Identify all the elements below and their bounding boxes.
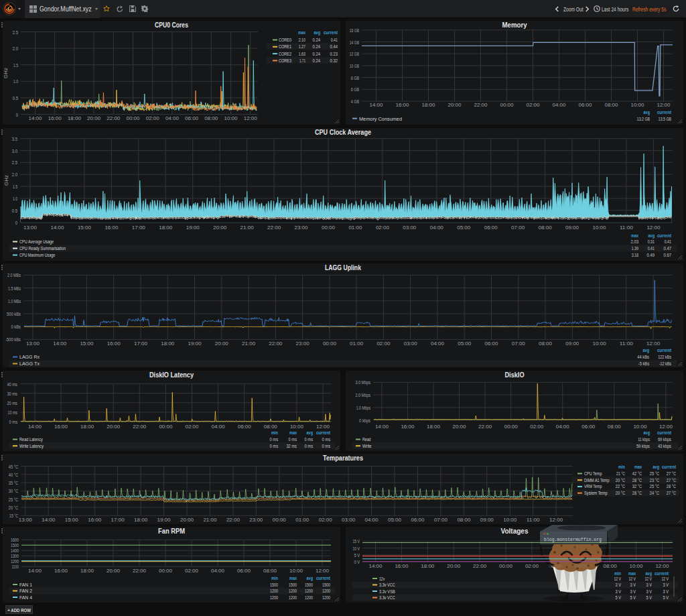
svg-text:27 °C: 27 °C <box>667 477 676 483</box>
svg-text:18:00: 18:00 <box>68 115 82 121</box>
svg-text:14:00: 14:00 <box>375 424 389 430</box>
svg-text:10 ms: 10 ms <box>8 410 17 416</box>
svg-text:2.0 MBs: 2.0 MBs <box>7 272 21 278</box>
svg-text:10:00: 10:00 <box>224 115 238 121</box>
svg-text:08:00: 08:00 <box>539 341 553 347</box>
svg-text:00:00: 00:00 <box>500 102 514 108</box>
svg-text:3.0: 3.0 <box>12 148 18 154</box>
svg-text:22:00: 22:00 <box>267 225 281 231</box>
svg-text:CORE2: CORE2 <box>279 51 291 57</box>
svg-text:01:00: 01:00 <box>295 517 310 523</box>
svg-text:10:00: 10:00 <box>631 102 645 108</box>
svg-text:21 °C: 21 °C <box>616 471 625 477</box>
svg-text:0 ms: 0 ms <box>270 443 278 449</box>
svg-text:Fan RPM: Fan RPM <box>158 527 185 535</box>
svg-text:10:00: 10:00 <box>593 341 607 347</box>
svg-text:0.23: 0.23 <box>330 51 338 57</box>
svg-text:06:00: 06:00 <box>575 563 589 569</box>
svg-text:25 °C: 25 °C <box>650 483 659 489</box>
svg-text:03:00: 03:00 <box>342 517 356 523</box>
svg-text:11:00: 11:00 <box>620 341 634 347</box>
svg-text:09:00: 09:00 <box>565 225 579 231</box>
svg-text:0 ms: 0 ms <box>322 436 330 442</box>
svg-text:06:00: 06:00 <box>237 568 251 574</box>
svg-text:00:00: 00:00 <box>127 115 141 121</box>
svg-text:500 kBs: 500 kBs <box>7 311 21 317</box>
svg-text:current: current <box>657 233 671 239</box>
svg-text:min: min <box>618 464 625 470</box>
svg-text:1500: 1500 <box>305 582 313 588</box>
svg-text:02:00: 02:00 <box>376 225 390 231</box>
svg-text:13.5 GB: 13.5 GB <box>659 116 671 122</box>
svg-text:VRM Temp: VRM Temp <box>584 483 602 489</box>
svg-text:1.63: 1.63 <box>299 51 306 57</box>
svg-text:23:00: 23:00 <box>296 341 310 347</box>
svg-text:00:00: 00:00 <box>159 568 173 574</box>
svg-text:08:00: 08:00 <box>539 225 553 231</box>
svg-text:12 GB: 12 GB <box>350 51 359 57</box>
svg-text:28 °C: 28 °C <box>632 490 642 496</box>
svg-text:1.39: 1.39 <box>632 245 639 251</box>
svg-text:3.5: 3.5 <box>12 136 18 142</box>
svg-text:avg: avg <box>643 347 650 353</box>
svg-text:12:00: 12:00 <box>646 225 661 231</box>
svg-text:20:00: 20:00 <box>87 115 101 121</box>
svg-text:00:00: 00:00 <box>159 424 173 430</box>
svg-text:current: current <box>662 464 676 470</box>
svg-text:0.24: 0.24 <box>313 44 321 50</box>
svg-text:current: current <box>316 575 330 581</box>
svg-text:DiskIO Latency: DiskIO Latency <box>149 371 194 379</box>
svg-text:1.0: 1.0 <box>13 196 17 202</box>
svg-text:2.0 Mbps: 2.0 Mbps <box>356 392 371 398</box>
svg-text:03:00: 03:00 <box>403 225 417 231</box>
svg-text:1.0 MBs: 1.0 MBs <box>8 298 21 304</box>
svg-text:40 ms: 40 ms <box>7 381 17 387</box>
svg-text:07:00: 07:00 <box>511 225 525 231</box>
svg-text:06:00: 06:00 <box>579 102 593 108</box>
svg-text:current: current <box>324 29 338 36</box>
svg-text:avg: avg <box>653 464 660 470</box>
svg-text:2.10: 2.10 <box>299 37 306 43</box>
svg-text:12:00: 12:00 <box>316 568 330 574</box>
svg-text:DiskIO: DiskIO <box>505 371 525 379</box>
svg-text:current: current <box>657 430 671 436</box>
svg-text:16:00: 16:00 <box>396 102 410 108</box>
svg-text:0.24: 0.24 <box>313 58 321 64</box>
svg-text:0 ms: 0 ms <box>305 443 313 449</box>
svg-text:08:00: 08:00 <box>264 424 278 430</box>
svg-text:04:00: 04:00 <box>430 225 444 231</box>
svg-text:20:00: 20:00 <box>453 424 467 430</box>
svg-text:28 °C: 28 °C <box>632 477 642 483</box>
svg-text:1200: 1200 <box>322 595 330 601</box>
svg-text:1.27: 1.27 <box>299 44 306 50</box>
svg-text:13:00: 13:00 <box>23 225 38 231</box>
svg-text:16:00: 16:00 <box>48 115 62 121</box>
svg-text:18:00: 18:00 <box>80 424 94 430</box>
svg-text:1500: 1500 <box>289 582 297 588</box>
svg-text:12:00: 12:00 <box>657 102 671 108</box>
svg-text:02:00: 02:00 <box>376 341 391 347</box>
svg-text:FAN 1: FAN 1 <box>19 582 32 588</box>
svg-text:FAN 4: FAN 4 <box>19 595 32 601</box>
svg-text:15:00: 15:00 <box>78 225 92 231</box>
svg-text:17:00: 17:00 <box>132 225 146 231</box>
svg-text:20 °C: 20 °C <box>9 505 18 511</box>
svg-text:18:00: 18:00 <box>80 568 94 574</box>
svg-text:1200: 1200 <box>289 588 297 594</box>
svg-text:16:00: 16:00 <box>401 424 415 430</box>
svg-text:0.5: 0.5 <box>12 208 18 214</box>
svg-text:15:00: 15:00 <box>80 341 94 347</box>
svg-text:0.41: 0.41 <box>331 37 338 43</box>
svg-text:00:00: 00:00 <box>323 341 337 347</box>
svg-text:1200: 1200 <box>270 588 278 594</box>
svg-text:0.41: 0.41 <box>665 239 672 245</box>
svg-text:00:00: 00:00 <box>504 424 519 430</box>
svg-text:1200: 1200 <box>270 595 278 601</box>
svg-text:24 °C: 24 °C <box>650 490 659 496</box>
svg-text:14:00: 14:00 <box>29 115 43 121</box>
svg-text:0.47: 0.47 <box>664 245 672 251</box>
svg-text:4 GB: 4 GB <box>351 99 359 105</box>
svg-text:0.49: 0.49 <box>647 252 655 258</box>
svg-text:14:00: 14:00 <box>28 424 42 430</box>
svg-text:Memory Consumed: Memory Consumed <box>359 116 402 122</box>
